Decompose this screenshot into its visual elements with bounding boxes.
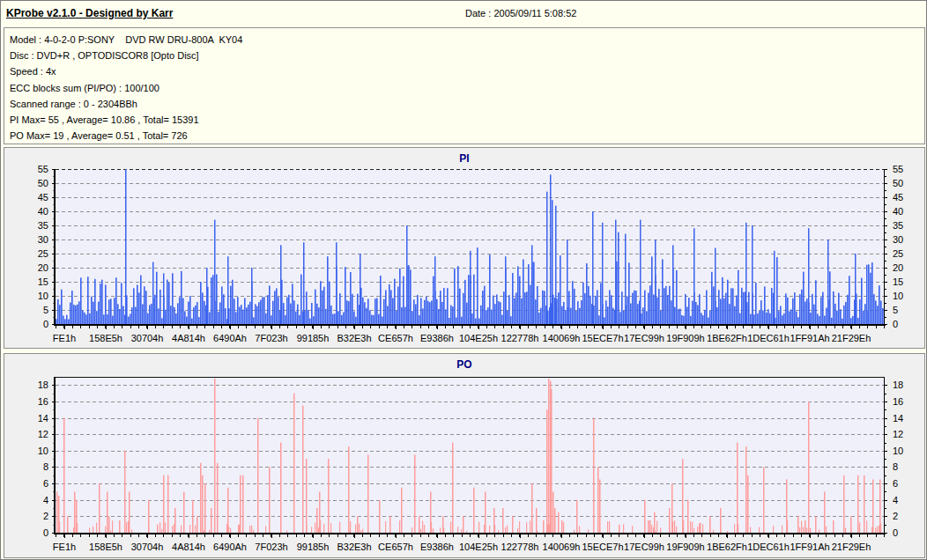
pi-x-tick-label: 21F29Eh	[816, 333, 886, 344]
info-pi-summary: PI Max= 55 , Average= 10.86 , Total= 153…	[10, 112, 924, 128]
po-plot-area: 002244668810101212141416161818FE1h158E5h…	[4, 377, 926, 554]
pi-y-tick-label: 15	[893, 276, 924, 287]
po-y-tick-label: 8	[4, 461, 48, 472]
po-chart-canvas	[52, 377, 887, 539]
po-y-tick-label: 18	[893, 379, 924, 390]
pi-y-tick-label: 30	[4, 234, 48, 245]
pi-y-tick-label: 0	[893, 319, 924, 329]
po-y-tick-label: 12	[893, 429, 924, 439]
po-y-tick-label: 16	[4, 396, 48, 407]
po-y-tick-label: 0	[4, 527, 48, 538]
pi-plot-area: 0055101015152020252530303535404045455050…	[4, 169, 926, 345]
po-y-tick-label: 2	[893, 511, 924, 521]
po-y-tick-label: 6	[893, 478, 924, 489]
po-y-tick-label: 12	[4, 429, 48, 439]
info-disc: Disc : DVD+R , OPTODISCOR8 [Opto Disc]	[10, 48, 924, 63]
pi-chart-canvas	[52, 169, 887, 330]
po-chart-title: PO	[4, 358, 924, 371]
po-y-tick-label: 2	[4, 511, 48, 521]
po-y-tick-label: 0	[893, 527, 924, 538]
pi-y-tick-label: 5	[4, 305, 48, 315]
po-y-tick-label: 14	[4, 413, 48, 424]
pi-y-tick-label: 45	[4, 192, 48, 203]
info-po-summary: PO Max= 19 , Average= 0.51 , Total= 726	[10, 128, 924, 144]
po-y-tick-label: 8	[893, 461, 924, 472]
scan-date: Date : 2005/09/11 5:08:52	[465, 8, 576, 18]
pi-y-tick-label: 25	[893, 248, 924, 259]
pi-chart-title: PI	[4, 152, 924, 165]
po-y-tick-label: 4	[893, 495, 924, 505]
pi-y-tick-label: 40	[893, 206, 924, 217]
pi-y-tick-label: 55	[893, 164, 924, 174]
pi-y-tick-label: 35	[893, 220, 924, 231]
pi-y-tick-label: 50	[893, 178, 924, 188]
pi-y-tick-label: 30	[893, 234, 924, 245]
pi-y-tick-label: 45	[893, 192, 924, 203]
info-model: Model : 4-0-2-0 P:SONY DVD RW DRU-800A K…	[10, 32, 924, 48]
kprobe-window: KProbe v2.1.0 - Designed by Karr Date : …	[0, 0, 927, 560]
info-scanned-range: Scanned range : 0 - 2304BBh	[10, 96, 924, 112]
pi-y-tick-label: 10	[893, 291, 924, 301]
pi-y-tick-label: 55	[4, 164, 48, 174]
pi-y-tick-label: 10	[4, 291, 48, 301]
pi-y-tick-label: 25	[4, 248, 48, 259]
po-y-tick-label: 10	[893, 446, 924, 456]
info-ecc-blocks: ECC blocks sum (PI/PO) : 100/100	[10, 80, 924, 96]
pi-y-tick-label: 35	[4, 220, 48, 231]
po-y-tick-label: 6	[4, 478, 48, 489]
pi-y-tick-label: 50	[4, 178, 48, 188]
info-speed: Speed : 4x	[10, 63, 924, 79]
po-x-tick-label: 21F29Eh	[816, 542, 886, 553]
pi-y-tick-label: 40	[4, 206, 48, 217]
pi-chart-panel: PI 0055101015152020252530303535404045455…	[4, 147, 925, 349]
pi-y-tick-label: 5	[893, 305, 924, 315]
po-y-tick-label: 10	[4, 446, 48, 456]
po-y-tick-label: 4	[4, 495, 48, 505]
pi-y-tick-label: 20	[4, 262, 48, 273]
scan-info-panel: Model : 4-0-2-0 P:SONY DVD RW DRU-800A K…	[4, 27, 925, 144]
po-chart-panel: PO 002244668810101212141416161818FE1h158…	[4, 353, 925, 558]
po-y-tick-label: 16	[893, 396, 924, 407]
po-y-tick-label: 14	[893, 413, 924, 424]
pi-y-tick-label: 15	[4, 276, 48, 287]
pi-y-tick-label: 0	[4, 319, 48, 329]
po-y-tick-label: 18	[4, 379, 48, 390]
pi-y-tick-label: 20	[893, 262, 924, 273]
app-title: KProbe v2.1.0 - Designed by Karr	[6, 7, 173, 19]
